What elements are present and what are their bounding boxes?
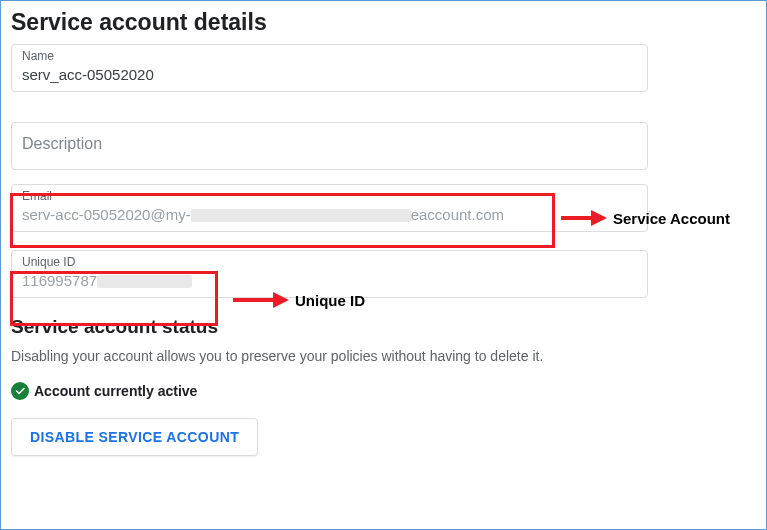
email-redacted bbox=[191, 209, 411, 222]
status-description: Disabling your account allows you to pre… bbox=[11, 348, 756, 364]
name-field[interactable]: Name serv_acc-05052020 bbox=[11, 44, 648, 92]
name-value: serv_acc-05052020 bbox=[22, 66, 637, 83]
email-label: Email bbox=[22, 189, 637, 203]
uniqueid-redacted bbox=[97, 275, 192, 288]
status-heading: Service account status bbox=[11, 316, 756, 338]
status-active-text: Account currently active bbox=[34, 383, 197, 399]
status-line: Account currently active bbox=[11, 382, 756, 400]
email-value: serv-acc-05052020@my-eaccount.com bbox=[22, 206, 637, 223]
description-field[interactable]: Description bbox=[11, 122, 648, 170]
description-placeholder: Description bbox=[22, 135, 637, 153]
uniqueid-value: 116995787 bbox=[22, 272, 637, 289]
email-field: Email serv-acc-05052020@my-eaccount.com bbox=[11, 184, 648, 232]
check-circle-icon bbox=[11, 382, 29, 400]
disable-service-account-button[interactable]: DISABLE SERVICE ACCOUNT bbox=[11, 418, 258, 456]
uniqueid-field: Unique ID 116995787 bbox=[11, 250, 648, 298]
uniqueid-label: Unique ID bbox=[22, 255, 637, 269]
details-heading: Service account details bbox=[11, 9, 756, 36]
name-label: Name bbox=[22, 49, 637, 63]
